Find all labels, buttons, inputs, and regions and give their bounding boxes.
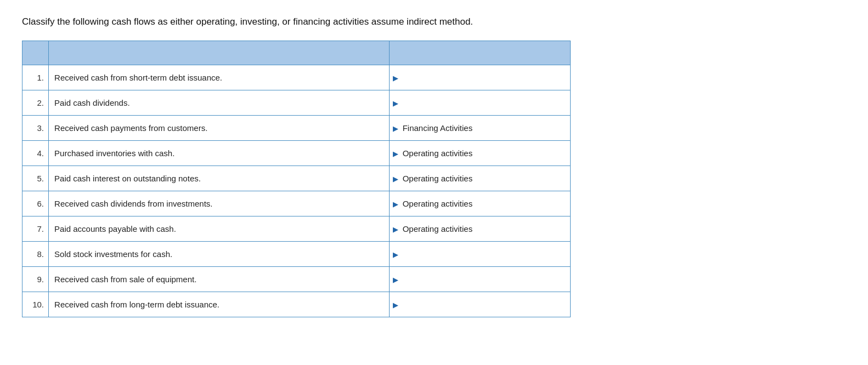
dropdown-arrow-icon: ▶ xyxy=(393,225,398,233)
row-answer-dropdown[interactable]: ▶Operating activities xyxy=(389,216,570,242)
row-number: 7. xyxy=(22,216,49,242)
dropdown-selected-value: Financing Activities xyxy=(393,123,473,133)
row-answer-dropdown[interactable]: ▶ xyxy=(389,90,570,116)
row-answer-dropdown[interactable]: ▶ xyxy=(389,292,570,317)
table-row: 1.Received cash from short-term debt iss… xyxy=(22,65,571,90)
col-header-answer xyxy=(389,41,570,65)
dropdown-selected-value: Operating activities xyxy=(393,149,473,158)
dropdown-selected-value: Operating activities xyxy=(393,199,473,208)
row-number: 10. xyxy=(22,292,49,317)
row-number: 8. xyxy=(22,242,49,267)
row-number: 6. xyxy=(22,191,49,216)
dropdown-arrow-icon: ▶ xyxy=(393,250,398,258)
row-description: Received cash from sale of equipment. xyxy=(49,267,390,292)
row-number: 4. xyxy=(22,141,49,166)
table-row: 4.Purchased inventories with cash.▶Opera… xyxy=(22,141,571,166)
row-description: Purchased inventories with cash. xyxy=(49,141,390,166)
dropdown-arrow-icon: ▶ xyxy=(393,99,398,107)
row-description: Received cash from long-term debt issuan… xyxy=(49,292,390,317)
table-row: 3.Received cash payments from customers.… xyxy=(22,116,571,141)
row-answer-dropdown[interactable]: ▶Operating activities xyxy=(389,166,570,191)
row-description: Paid cash dividends. xyxy=(49,90,390,116)
row-number: 1. xyxy=(22,65,49,90)
row-answer-dropdown[interactable]: ▶Operating activities xyxy=(389,191,570,216)
instruction-text: Classify the following cash flows as eit… xyxy=(22,16,846,27)
row-description: Received cash from short-term debt issua… xyxy=(49,65,390,90)
row-description: Received cash payments from customers. xyxy=(49,116,390,141)
row-number: 3. xyxy=(22,116,49,141)
table-row: 6.Received cash dividends from investmen… xyxy=(22,191,571,216)
table-row: 2.Paid cash dividends.▶ xyxy=(22,90,571,116)
row-answer-dropdown[interactable]: ▶ xyxy=(389,65,570,90)
col-header-description xyxy=(49,41,390,65)
row-number: 9. xyxy=(22,267,49,292)
dropdown-arrow-icon: ▶ xyxy=(393,199,398,208)
table-row: 10.Received cash from long-term debt iss… xyxy=(22,292,571,317)
row-answer-dropdown[interactable]: ▶ xyxy=(389,267,570,292)
row-answer-dropdown[interactable]: ▶Operating activities xyxy=(389,141,570,166)
table-row: 8.Sold stock investments for cash.▶ xyxy=(22,242,571,267)
dropdown-arrow-icon: ▶ xyxy=(393,275,398,283)
row-answer-dropdown[interactable]: ▶ xyxy=(389,242,570,267)
table-row: 7.Paid accounts payable with cash.▶Opera… xyxy=(22,216,571,242)
dropdown-selected-value: Operating activities xyxy=(393,224,473,233)
table-row: 5.Paid cash interest on outstanding note… xyxy=(22,166,571,191)
row-description: Sold stock investments for cash. xyxy=(49,242,390,267)
dropdown-selected-value: Operating activities xyxy=(393,174,473,183)
table-row: 9.Received cash from sale of equipment.▶ xyxy=(22,267,571,292)
dropdown-arrow-icon: ▶ xyxy=(393,149,398,157)
row-answer-dropdown[interactable]: ▶Financing Activities xyxy=(389,116,570,141)
classification-table: 1.Received cash from short-term debt iss… xyxy=(22,41,571,317)
dropdown-arrow-icon: ▶ xyxy=(393,73,398,82)
row-description: Paid accounts payable with cash. xyxy=(49,216,390,242)
dropdown-arrow-icon: ▶ xyxy=(393,174,398,182)
dropdown-arrow-icon: ▶ xyxy=(393,124,398,132)
dropdown-arrow-icon: ▶ xyxy=(393,300,398,309)
row-number: 2. xyxy=(22,90,49,116)
row-description: Received cash dividends from investments… xyxy=(49,191,390,216)
row-description: Paid cash interest on outstanding notes. xyxy=(49,166,390,191)
table-wrapper: 1.Received cash from short-term debt iss… xyxy=(22,41,571,317)
col-header-num xyxy=(22,41,49,65)
row-number: 5. xyxy=(22,166,49,191)
